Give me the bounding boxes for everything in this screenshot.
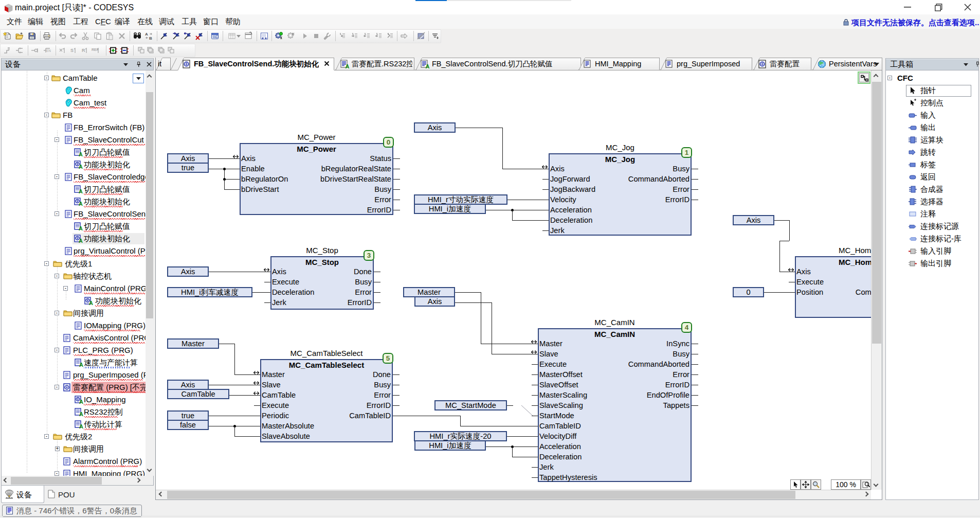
svg-text:A: A — [79, 362, 83, 368]
svg-text:S: S — [70, 48, 74, 53]
svg-text:A: A — [79, 164, 83, 170]
svg-text:A: A — [145, 32, 148, 37]
svg-text:A: A — [89, 300, 93, 306]
svg-text:A: A — [346, 63, 350, 69]
svg-text:A: A — [79, 201, 83, 207]
svg-text:A: A — [79, 238, 83, 244]
svg-text:A: A — [79, 399, 83, 405]
svg-text:B: B — [149, 36, 152, 41]
svg-text:R: R — [82, 48, 85, 53]
svg-text:A: A — [79, 411, 83, 417]
svg-text:A: A — [79, 423, 83, 430]
svg-text:EN: EN — [46, 49, 51, 52]
svg-text:A: A — [79, 188, 83, 194]
svg-text:A: A — [426, 63, 430, 69]
svg-text:A: A — [79, 225, 83, 231]
svg-text:A: A — [79, 151, 83, 157]
